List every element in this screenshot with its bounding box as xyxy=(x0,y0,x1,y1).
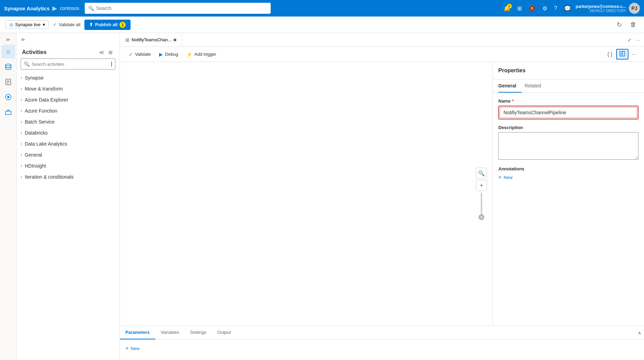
refresh-button[interactable]: ↻ xyxy=(615,20,624,30)
properties-header: Properties xyxy=(493,62,644,80)
tab-general[interactable]: General xyxy=(498,80,522,93)
unsaved-indicator xyxy=(174,39,176,41)
bottom-content: + New xyxy=(120,339,644,360)
bell-icon-button[interactable]: 🔕 xyxy=(527,3,538,14)
expand-tab-button[interactable]: ⤢ xyxy=(626,36,633,44)
monitor-icon xyxy=(5,94,12,100)
properties-panel-icon xyxy=(620,51,625,56)
user-avatar[interactable]: PJ xyxy=(629,3,640,14)
chevron-right-icon: › xyxy=(21,119,22,124)
sidebar-document-button[interactable] xyxy=(1,75,15,89)
add-trigger-button[interactable]: ⚡ Add trigger xyxy=(183,50,220,59)
code-view-button[interactable]: { } xyxy=(605,50,615,59)
canvas-search-button[interactable]: 🔍 xyxy=(476,168,487,179)
toolbar-more-button[interactable]: ··· xyxy=(630,50,638,59)
sidebar-database-button[interactable] xyxy=(1,60,15,74)
tab-output[interactable]: Output xyxy=(212,326,236,339)
bottom-tabs-bar: Parameters Variables Settings Output ∧ xyxy=(120,326,644,339)
zoom-track xyxy=(481,192,482,220)
properties-button[interactable] xyxy=(616,49,629,60)
feedback-button[interactable]: 💬 xyxy=(562,3,573,14)
name-field-wrapper xyxy=(498,106,638,119)
synapse-live-icon: ◎ xyxy=(9,22,13,27)
validate-all-button[interactable]: ✓ Validate all xyxy=(53,22,81,27)
svg-rect-7 xyxy=(6,111,11,115)
annotations-title: Annotations xyxy=(498,166,638,171)
activities-search-box[interactable]: 🔍 | xyxy=(21,59,115,70)
filter-button[interactable]: ⊞ xyxy=(107,49,114,56)
sidebar-monitor-button[interactable] xyxy=(1,90,15,104)
pipeline-tab-notifiy[interactable]: ⊞ NotifiyTeamsChan... xyxy=(120,33,182,46)
collapse-bottom-panel-button[interactable]: ∧ xyxy=(635,327,644,338)
canvas-controls: 🔍 + xyxy=(476,168,487,220)
debug-button[interactable]: ▶ Debug xyxy=(156,50,181,59)
description-label: Description xyxy=(498,125,638,130)
activity-group-databricks[interactable]: › Databricks xyxy=(17,127,120,138)
pipeline-canvas[interactable]: 🔍 + xyxy=(120,62,492,326)
collapse-sidebar-button[interactable]: ≫ xyxy=(4,36,12,43)
parameters-new-button[interactable]: + New xyxy=(125,345,139,351)
activity-group-move-transform[interactable]: › Move & transform xyxy=(17,83,120,94)
cursor-icon: | xyxy=(111,61,112,67)
search-input[interactable] xyxy=(96,6,267,11)
notification-badge: 1 xyxy=(507,4,512,9)
activity-group-data-lake-analytics[interactable]: › Data Lake Analytics xyxy=(17,138,120,149)
plus-icon: + xyxy=(125,345,128,351)
brand-title: Synapse Analytics xyxy=(4,6,50,11)
publish-icon: ⬆ xyxy=(89,22,93,27)
zoom-thumb[interactable] xyxy=(479,214,484,220)
sidebar-home-button[interactable]: ⌂ xyxy=(1,45,15,59)
search-icon: 🔍 xyxy=(24,61,30,67)
play-icon: ▶ xyxy=(159,52,163,57)
chevron-right-icon: › xyxy=(21,97,22,102)
help-button[interactable]: ? xyxy=(552,3,559,13)
tab-parameters[interactable]: Parameters xyxy=(120,326,155,339)
name-input[interactable] xyxy=(500,107,637,118)
notifications-button[interactable]: 🔔 1 xyxy=(501,3,512,14)
second-toolbar: ◎ Synapse live ▾ ✓ Validate all ⬆ Publis… xyxy=(0,17,644,33)
activity-group-synapse[interactable]: › Synapse xyxy=(17,72,120,83)
delete-button[interactable]: 🗑 xyxy=(628,20,638,30)
collapse-all-button[interactable]: ≪ xyxy=(98,49,106,56)
chevron-right-icon: › xyxy=(21,130,22,135)
chevron-right-icon: › xyxy=(21,141,22,146)
activity-group-batch-service[interactable]: › Batch Service xyxy=(17,116,120,127)
chevron-right-icon: › xyxy=(21,163,22,168)
activity-group-azure-data-explorer[interactable]: › Azure Data Explorer xyxy=(17,94,120,105)
activities-panel: ≫ Activities ≪ ⊞ 🔍 | › Synapse › Move & … xyxy=(17,33,120,360)
chevron-right-icon: › xyxy=(21,152,22,157)
tenant-name: contosos xyxy=(60,6,79,11)
chevron-down-icon: ▾ xyxy=(43,22,45,27)
sidebar-icons: ≫ ⌂ xyxy=(0,33,17,360)
pipeline-tabs-bar: ⊞ NotifiyTeamsChan... ⤢ ··· xyxy=(120,33,644,47)
tab-variables[interactable]: Variables xyxy=(155,326,185,339)
expand-sidebar-button[interactable]: ≫ xyxy=(19,36,27,43)
properties-tabs: General Related xyxy=(493,80,644,93)
global-search-bar[interactable]: 🔍 xyxy=(85,3,271,14)
document-icon xyxy=(5,78,12,85)
properties-title: Properties xyxy=(498,67,526,73)
remote-desktop-button[interactable]: ⊞ xyxy=(515,3,524,14)
annotations-section: Annotations + New xyxy=(498,166,638,180)
tab-more-button[interactable]: ··· xyxy=(634,36,641,44)
pipeline-area: ⊞ NotifiyTeamsChan... ⤢ ··· ✓ Validate ▶… xyxy=(120,33,644,360)
description-textarea[interactable] xyxy=(498,132,638,160)
settings-gear-button[interactable]: ⚙ xyxy=(540,3,549,14)
tab-related[interactable]: Related xyxy=(524,80,547,93)
activities-search-input[interactable] xyxy=(32,62,109,67)
canvas-zoom-in-button[interactable]: + xyxy=(476,180,487,191)
lightning-icon: ⚡ xyxy=(186,52,192,57)
name-label: Name * xyxy=(498,98,638,104)
chevron-right-icon: › xyxy=(21,86,22,91)
synapse-live-button[interactable]: ◎ Synapse live ▾ xyxy=(6,20,49,29)
publish-all-button[interactable]: ⬆ Publish all 1 xyxy=(84,20,131,30)
annotations-new-button[interactable]: + New xyxy=(498,174,512,180)
validate-button[interactable]: ✓ Validate xyxy=(125,50,154,59)
activity-group-hdinsight[interactable]: › HDInsight xyxy=(17,160,120,171)
tab-settings[interactable]: Settings xyxy=(185,326,212,339)
activities-title: Activities xyxy=(22,49,46,55)
sidebar-briefcase-button[interactable] xyxy=(1,105,15,119)
activity-group-general[interactable]: › General xyxy=(17,149,120,160)
activity-group-azure-function[interactable]: › Azure Function xyxy=(17,105,120,116)
activity-group-iteration-conditionals[interactable]: › Iteration & conditionals xyxy=(17,171,120,182)
